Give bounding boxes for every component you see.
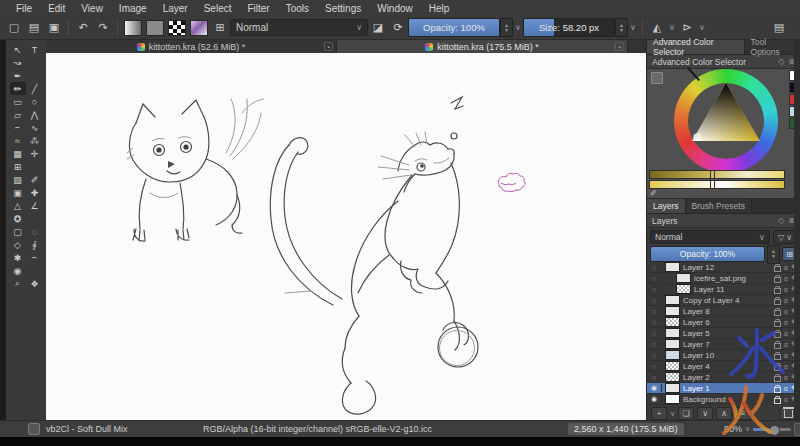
chevron-down-icon[interactable]: ∨ [670,410,675,418]
visibility-eye-icon[interactable]: ○ [647,297,662,304]
alpha-icon[interactable]: α [784,330,788,337]
lock-icon[interactable] [774,354,781,360]
redo-icon[interactable]: ↷ [94,19,112,37]
document-size-info[interactable]: 2,560 x 1,440 (175.5 MiB) [568,423,684,435]
shade-selector-strip-2[interactable] [649,180,785,189]
new-document-icon[interactable]: ▢ [5,19,23,37]
chevron-down-icon[interactable]: ∨ [628,23,638,32]
layer-row[interactable]: ○ icefire_sat.png α❖ [647,273,800,284]
undo-icon[interactable]: ↶ [74,19,92,37]
ellipse-tool[interactable]: ○ [27,95,43,108]
bezier-selection-tool[interactable]: ⌢ [27,251,43,264]
layer-row-selected[interactable]: ◉ Layer 1 α❖ [647,383,800,394]
shade-selector-strip-1[interactable] [649,170,785,179]
alpha-icon[interactable]: α [784,319,788,326]
mirror-horizontal-icon[interactable]: ◭ [648,19,666,37]
lock-icon[interactable] [774,310,781,316]
menu-view[interactable]: View [73,3,111,14]
lock-icon[interactable] [774,365,781,371]
layer-row[interactable]: ○ Layer 8 α❖ [647,306,800,317]
smart-patch-tool[interactable]: ✚ [27,186,43,199]
chevron-down-icon[interactable]: ∨ [745,425,750,433]
move-layer-down-button[interactable]: ∨ [697,407,713,420]
canvas-only-mode-icon[interactable]: ▪ [794,423,800,436]
chevron-down-icon[interactable]: ∨ [697,23,707,32]
alpha-icon[interactable]: α [784,286,788,293]
blending-mode-dropdown[interactable]: Normal ∨ [230,19,368,36]
elliptical-selection-tool[interactable]: ◌ [27,225,43,238]
alpha-icon[interactable]: α [784,264,788,271]
layer-blending-mode-dropdown[interactable]: Normal ∨ [650,230,770,244]
foreground-background-colors[interactable] [168,20,186,36]
lock-icon[interactable] [774,288,781,294]
pan-tool[interactable]: ❖ [27,277,43,290]
document-tab-1[interactable]: kittotten.kra (52.6 MiB) * ▪ [46,40,337,53]
similar-color-selection-tool[interactable]: ✱ [10,251,26,264]
visibility-eye-icon[interactable]: ○ [647,363,662,370]
crop-tool[interactable]: ⊞ [10,160,26,173]
move-tool[interactable]: ✛ [27,147,43,160]
layer-properties-button[interactable]: ≡ [735,407,751,420]
line-tool[interactable]: ╱ [27,82,43,95]
layer-row[interactable]: ◉ Background α❖ [647,394,800,405]
tab-brush-presets[interactable]: Brush Presets [686,199,752,213]
tab-advanced-color-selector[interactable]: Advanced Color Selector [647,40,745,54]
transform-tool[interactable]: ▦ [10,147,26,160]
measure-tool[interactable]: ∠ [27,199,43,212]
lock-icon[interactable] [774,376,781,382]
visibility-eye-icon[interactable]: ○ [647,275,662,282]
edit-shapes-tool[interactable]: ↝ [10,56,26,69]
menu-window[interactable]: Window [369,3,421,14]
menu-layer[interactable]: Layer [155,3,196,14]
tab-close-icon[interactable]: ▪ [324,42,333,51]
zoom-level-value[interactable]: 80% [724,424,742,434]
zoom-tool[interactable]: ⌕ [10,277,26,290]
panel-scrollbar[interactable] [794,40,800,420]
menu-filter[interactable]: Filter [239,3,277,14]
gradient-tool[interactable]: ▨ [10,173,26,186]
gradient-chooser[interactable] [124,20,142,36]
alpha-icon[interactable]: α [784,396,788,403]
duplicate-layer-button[interactable]: ❏ [678,407,694,420]
visibility-eye-icon[interactable]: ◉ [647,384,662,392]
zoom-slider[interactable] [753,428,791,431]
menu-help[interactable]: Help [421,3,458,14]
advanced-color-selector[interactable]: ✐ [647,69,800,199]
polyline-tool[interactable]: ⋀ [27,108,43,121]
brush-size-slider[interactable]: Size: 58.20 px [523,18,615,37]
menu-tools[interactable]: Tools [278,3,317,14]
layer-opacity-spinner[interactable]: ▲▼ [767,245,780,264]
alpha-icon[interactable]: α [784,385,788,392]
visibility-eye-icon[interactable]: ○ [647,352,662,359]
layer-row[interactable]: ○ Layer 12 α❖ [647,262,800,273]
layer-row[interactable]: ○ Layer 5 α❖ [647,328,800,339]
open-document-icon[interactable]: ▤ [25,19,43,37]
pattern-chooser[interactable] [146,20,164,36]
visibility-eye-icon[interactable]: ○ [647,374,662,381]
lock-icon[interactable] [774,321,781,327]
layer-row[interactable]: ○ Layer 6 α❖ [647,317,800,328]
visibility-eye-icon[interactable]: ○ [647,319,662,326]
chevron-down-icon[interactable]: ∨ [667,23,677,32]
saturation-value-triangle[interactable] [684,79,768,163]
pipette-icon[interactable]: ✐ [650,189,657,198]
layer-opacity-slider[interactable]: Opacity: 100% [650,246,765,262]
layer-row[interactable]: ○ Layer 11 α❖ [647,284,800,295]
layer-row[interactable]: ○ Layer 4 α❖ [647,361,800,372]
tab-tool-options[interactable]: Tool Options [745,40,800,54]
lock-icon[interactable] [774,332,781,338]
menu-image[interactable]: Image [111,3,155,14]
alpha-icon[interactable]: α [784,275,788,282]
visibility-eye-icon[interactable]: ○ [647,264,662,271]
freehand-path-tool[interactable]: ∿ [27,121,43,134]
brush-presets-icon[interactable]: ⊞ [211,19,229,37]
menu-select[interactable]: Select [196,3,240,14]
dynamic-brush-tool[interactable]: ≈ [10,134,26,147]
brush-preset-thumbnail[interactable] [190,20,208,36]
lock-icon[interactable] [774,266,781,272]
layer-row[interactable]: ○ Layer 2 α❖ [647,372,800,383]
opacity-slider[interactable]: Opacity: 100% [408,18,500,37]
reference-images-tool[interactable]: ✪ [10,212,26,225]
save-icon[interactable]: ▣ [45,19,63,37]
float-docker-icon[interactable]: ◇ [778,216,784,225]
